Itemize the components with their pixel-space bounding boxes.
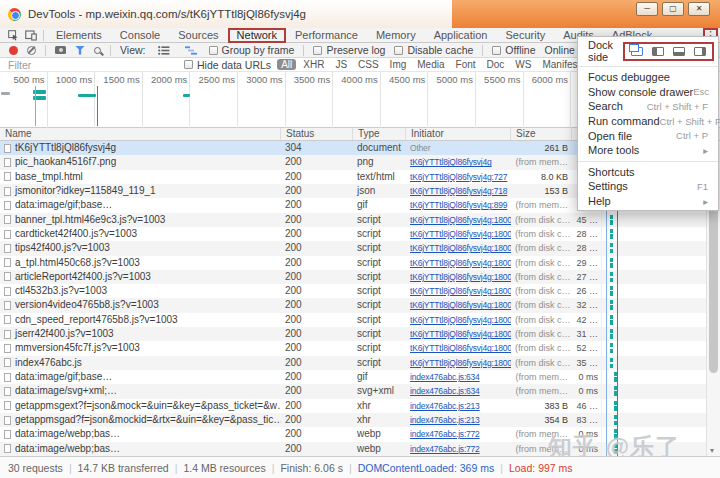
menu-item-show-console-drawer[interactable]: Show console drawerEsc bbox=[578, 85, 718, 100]
table-row[interactable]: cdn_speed_report4765b8.js?v=1003200scrip… bbox=[0, 313, 720, 327]
filter-pill-font[interactable]: Font bbox=[452, 59, 480, 70]
request-initiator-link[interactable]: tK6jYTTtl8jQl86fysvj4g:1800 bbox=[410, 243, 511, 253]
menu-item-run-command[interactable]: Run commandCtrl + Shift + P bbox=[578, 114, 718, 129]
disable-cache-checkbox[interactable]: Disable cache bbox=[394, 44, 473, 56]
table-row[interactable]: jserr42f400.js?v=1003200scripttK6jYTTtl8… bbox=[0, 327, 720, 341]
request-name-cell[interactable]: version4video4765b8.js?v=1003 bbox=[0, 298, 281, 312]
request-initiator-link[interactable]: tK6jYTTtl8jQl86fysvj4g:1800 bbox=[410, 315, 511, 325]
filter-pill-media[interactable]: Media bbox=[413, 59, 448, 70]
filter-pill-all[interactable]: All bbox=[277, 59, 296, 70]
request-name-cell[interactable]: tips42f400.js?v=1003 bbox=[0, 241, 281, 255]
column-header-name[interactable]: Name bbox=[0, 128, 281, 140]
column-header-initiator[interactable]: Initiator bbox=[406, 128, 511, 140]
search-icon[interactable] bbox=[94, 47, 101, 54]
undock-icon[interactable] bbox=[631, 47, 643, 56]
request-initiator-link[interactable]: index476abc.js:634 bbox=[410, 372, 480, 382]
request-name-cell[interactable]: jsmonitor?idkey=115849_119_1 bbox=[0, 184, 281, 198]
request-initiator-link[interactable]: tK6jYTTtl8jQl86fysvj4g bbox=[410, 157, 492, 167]
request-initiator-link[interactable]: tK6jYTTtl8jQl86fysvj4g:1800 bbox=[410, 300, 511, 310]
table-row[interactable]: banner_tpl.html46e9c3.js?v=1003200script… bbox=[0, 213, 720, 227]
checkbox-icon[interactable] bbox=[184, 60, 193, 69]
dock-left-icon[interactable] bbox=[652, 47, 664, 56]
table-row[interactable]: data:image/svg+xml;…200svg+xmlindex476ab… bbox=[0, 384, 720, 398]
request-initiator-link[interactable]: tK6jYTTtl8jQl86fysvj4g:1800 bbox=[410, 215, 511, 225]
table-row[interactable]: version4video4765b8.js?v=1003200scripttK… bbox=[0, 298, 720, 312]
request-name-cell[interactable]: pic_haokan4516f7.png bbox=[0, 155, 281, 169]
waterfall-view-icon[interactable] bbox=[182, 43, 200, 58]
tab-network[interactable]: Network bbox=[228, 28, 286, 43]
request-name-cell[interactable]: data:image/gif;base… bbox=[0, 198, 281, 212]
scroll-down-arrow-icon[interactable]: ▾ bbox=[710, 446, 714, 455]
request-initiator-link[interactable]: tK6jYTTtl8jQl86fysvj4g:1800 bbox=[410, 272, 511, 282]
tab-memory[interactable]: Memory bbox=[367, 28, 425, 43]
tab-elements[interactable]: Elements bbox=[47, 28, 111, 43]
record-icon[interactable] bbox=[9, 46, 18, 55]
tab-sources[interactable]: Sources bbox=[169, 28, 227, 43]
request-name-cell[interactable]: cdn_speed_report4765b8.js?v=1003 bbox=[0, 313, 281, 327]
checkbox-icon[interactable] bbox=[313, 46, 322, 55]
request-name-cell[interactable]: getappmsgext?f=json&mock=&uin=&key=&pass… bbox=[0, 399, 281, 413]
close-button[interactable]: ✕ bbox=[688, 2, 710, 16]
dock-bottom-icon[interactable] bbox=[673, 47, 685, 56]
request-name-cell[interactable]: base_tmpl.html bbox=[0, 170, 281, 184]
request-name-cell[interactable]: cardticket42f400.js?v=1003 bbox=[0, 227, 281, 241]
request-name-cell[interactable]: data:image/gif;base… bbox=[0, 370, 281, 384]
request-name-cell[interactable]: a_tpl.html450c68.js?v=1003 bbox=[0, 256, 281, 270]
request-initiator-link[interactable]: tK6jYTTtl8jQl86fysvj4g:727 bbox=[410, 172, 507, 182]
table-row[interactable]: a_tpl.html450c68.js?v=1003200scripttK6jY… bbox=[0, 256, 720, 270]
request-initiator-link[interactable]: index476abc.js:772 bbox=[410, 444, 480, 454]
tab-application[interactable]: Application bbox=[425, 28, 497, 43]
menu-item-shortcuts[interactable]: Shortcuts bbox=[578, 165, 718, 180]
menu-item-search[interactable]: SearchCtrl + Shift + F bbox=[578, 99, 718, 114]
request-initiator-link[interactable]: tK6jYTTtl8jQl86fysvj4g:1800 bbox=[410, 286, 511, 296]
table-row[interactable]: articleReport42f400.js?v=1003200scripttK… bbox=[0, 270, 720, 284]
request-name-cell[interactable]: tK6jYTTtl8jQl86fysvj4g bbox=[0, 141, 281, 155]
list-view-icon[interactable] bbox=[155, 43, 173, 58]
request-name-cell[interactable]: mmversion45fc7f.js?v=1003 bbox=[0, 341, 281, 355]
filter-pill-js[interactable]: JS bbox=[331, 59, 351, 70]
table-row[interactable]: tips42f400.js?v=1003200scripttK6jYTTtl8j… bbox=[0, 241, 720, 255]
tab-security[interactable]: Security bbox=[496, 28, 554, 43]
request-initiator-link[interactable]: index476abc.js:213 bbox=[410, 401, 480, 411]
checkbox-icon[interactable] bbox=[209, 46, 218, 55]
request-name-cell[interactable]: articleReport42f400.js?v=1003 bbox=[0, 270, 281, 284]
table-row[interactable]: getappmsgad?f=json&mockid=&rtx=&uin=&key… bbox=[0, 413, 720, 427]
request-initiator-link[interactable]: tK6jYTTtl8jQl86fysvj4g:1800 bbox=[410, 229, 511, 239]
menu-item-settings[interactable]: SettingsF1 bbox=[578, 179, 718, 194]
device-toolbar-icon[interactable] bbox=[22, 28, 40, 43]
menu-item-focus-debuggee[interactable]: Focus debuggee bbox=[578, 70, 718, 85]
table-row[interactable]: cardticket42f400.js?v=1003200scripttK6jY… bbox=[0, 227, 720, 241]
group-by-frame-checkbox[interactable]: Group by frame bbox=[209, 44, 295, 56]
table-row[interactable]: mmversion45fc7f.js?v=1003200scripttK6jYT… bbox=[0, 341, 720, 355]
filter-icon[interactable] bbox=[75, 46, 85, 55]
capture-screenshots-icon[interactable] bbox=[55, 46, 66, 54]
table-row[interactable]: data:image/gif;base…200gifindex476abc.js… bbox=[0, 370, 720, 384]
request-initiator-link[interactable]: tK6jYTTtl8jQl86fysvj4g:1800 bbox=[410, 258, 511, 268]
request-initiator-link[interactable]: tK6jYTTtl8jQl86fysvj4g:1800 bbox=[410, 329, 511, 339]
dock-right-icon[interactable] bbox=[694, 47, 706, 56]
request-initiator-link[interactable]: tK6jYTTtl8jQl86fysvj4g:1800 bbox=[410, 358, 511, 368]
request-initiator-link[interactable]: index476abc.js:634 bbox=[410, 386, 480, 396]
table-row[interactable]: getappmsgext?f=json&mock=&uin=&key=&pass… bbox=[0, 399, 720, 413]
request-name-cell[interactable]: jserr42f400.js?v=1003 bbox=[0, 327, 281, 341]
restore-button[interactable]: ▢ bbox=[662, 2, 684, 16]
filter-pill-xhr[interactable]: XHR bbox=[299, 59, 328, 70]
menu-item-open-file[interactable]: Open fileCtrl + P bbox=[578, 128, 718, 143]
inspect-element-icon[interactable] bbox=[4, 28, 22, 43]
request-name-cell[interactable]: data:image/svg+xml;… bbox=[0, 384, 281, 398]
column-header-size[interactable]: Size bbox=[511, 128, 572, 140]
request-name-cell[interactable]: index476abc.js bbox=[0, 356, 281, 370]
tab-console[interactable]: Console bbox=[111, 28, 169, 43]
request-name-cell[interactable]: banner_tpl.html46e9c3.js?v=1003 bbox=[0, 213, 281, 227]
clear-icon[interactable] bbox=[27, 46, 36, 55]
hide-data-urls-checkbox[interactable]: Hide data URLs bbox=[184, 59, 271, 71]
request-initiator-link[interactable]: index476abc.js:213 bbox=[410, 415, 480, 425]
tab-performance[interactable]: Performance bbox=[286, 28, 367, 43]
request-initiator-link[interactable]: index476abc.js:772 bbox=[410, 429, 480, 439]
table-row[interactable]: ctl4532b3.js?v=1003200scripttK6jYTTtl8jQ… bbox=[0, 284, 720, 298]
request-name-cell[interactable]: data:image/webp;bas… bbox=[0, 442, 281, 456]
filter-pill-css[interactable]: CSS bbox=[354, 59, 383, 70]
request-initiator-link[interactable]: tK6jYTTtl8jQl86fysvj4g:1800 bbox=[410, 343, 511, 353]
menu-item-help[interactable]: Help▸ bbox=[578, 194, 718, 209]
table-row[interactable]: index476abc.js200scripttK6jYTTtl8jQl86fy… bbox=[0, 356, 720, 370]
